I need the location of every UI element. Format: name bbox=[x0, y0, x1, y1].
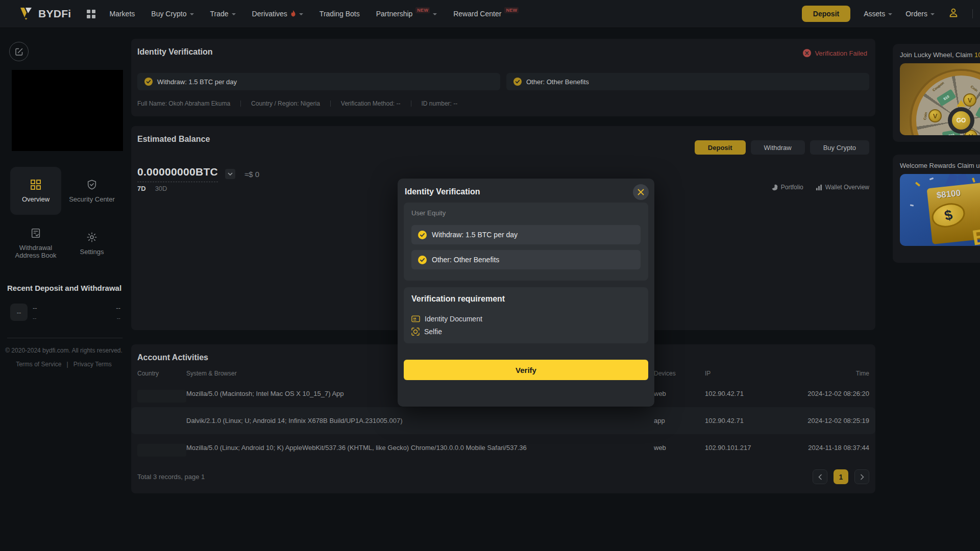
withdraw-button[interactable]: Withdraw bbox=[751, 140, 805, 155]
user-profile-icon[interactable] bbox=[948, 7, 959, 20]
requirement-text: Selfie bbox=[424, 328, 442, 336]
full-name-value: Full Name: Okoh Abraham Ekuma bbox=[137, 100, 230, 107]
chevron-left-icon bbox=[818, 474, 822, 480]
sidebar-divider bbox=[7, 338, 122, 338]
assets-menu[interactable]: Assets bbox=[864, 10, 892, 18]
info-separator bbox=[240, 101, 241, 107]
face-scan-icon bbox=[411, 328, 420, 336]
shield-check-icon bbox=[86, 179, 97, 190]
verification-method-value: Verification Method: -- bbox=[341, 100, 401, 107]
activity-row: Mozilla/5.0 (Linux; Android 10; K) Apple… bbox=[131, 434, 875, 461]
currency-dropdown-button[interactable] bbox=[225, 169, 235, 179]
wheel-go-button[interactable]: GO bbox=[948, 107, 974, 134]
transaction-icon: -- bbox=[10, 304, 28, 321]
sidebar-item-label: Security Center bbox=[69, 195, 115, 203]
nav-divider bbox=[972, 9, 973, 18]
requirement-text: Identity Document bbox=[425, 315, 482, 323]
lucky-wheel-banner[interactable]: Coupon Coin Coin $10 $10 $10 V V V GO bbox=[900, 63, 980, 135]
panel-title: Account Activities bbox=[137, 353, 208, 362]
top-nav: BYDFi Markets Buy Crypto Trade Derivativ… bbox=[0, 0, 980, 28]
bydfi-logo-icon bbox=[19, 7, 34, 20]
welcome-rewards-promo-card: Welcome Rewards Claim up to $8100 $ B bbox=[893, 155, 980, 263]
equity-other-row: Other: Other Benefits bbox=[411, 250, 641, 269]
buy-crypto-button[interactable]: Buy Crypto bbox=[810, 140, 869, 155]
sidebar-item-label: Overview bbox=[22, 195, 50, 203]
check-badge-icon bbox=[513, 78, 522, 86]
nav-item-partnership[interactable]: Partnership NEW bbox=[376, 10, 437, 18]
column-devices: Devices bbox=[654, 370, 676, 377]
check-badge-icon bbox=[418, 256, 427, 264]
sidebar-item-settings[interactable]: Settings bbox=[66, 218, 117, 269]
brand-logo[interactable]: BYDFi bbox=[19, 7, 71, 20]
recent-transaction-item[interactable]: -- -- -- -- -- bbox=[7, 303, 120, 325]
modal-close-button[interactable] bbox=[633, 184, 649, 200]
nav-item-reward-center[interactable]: Reward Center NEW bbox=[453, 10, 519, 18]
benefit-withdraw-pill: Withdraw: 1.5 BTC per day bbox=[137, 73, 500, 90]
sidebar-item-label: Withdrawal Address Book bbox=[10, 244, 61, 259]
chevron-down-icon bbox=[433, 13, 437, 15]
terms-of-service-link[interactable]: Terms of Service bbox=[16, 361, 61, 368]
pie-chart-icon bbox=[771, 184, 778, 191]
privacy-terms-link[interactable]: Privacy Terms bbox=[74, 361, 112, 368]
country-redacted-block bbox=[137, 390, 186, 403]
nav-item-markets[interactable]: Markets bbox=[110, 10, 135, 18]
column-system-browser: System & Browser bbox=[186, 370, 237, 377]
promo-title: Join Lucky Wheel, Claim 100 U bbox=[900, 51, 980, 59]
balance-view-links: Portfolio Wallet Overview bbox=[771, 184, 869, 191]
nav-item-buy-crypto[interactable]: Buy Crypto bbox=[151, 10, 193, 18]
nav-item-trading-bots[interactable]: Trading Bots bbox=[320, 10, 360, 18]
column-time: Time bbox=[856, 370, 869, 377]
nav-item-derivatives[interactable]: Derivatives bbox=[252, 10, 303, 18]
sidebar-item-withdrawal-address-book[interactable]: Withdrawal Address Book bbox=[10, 218, 61, 269]
requirement-title: Verification requirement bbox=[411, 294, 505, 304]
deposit-button[interactable]: Deposit bbox=[802, 6, 850, 22]
range-7d[interactable]: 7D bbox=[137, 185, 146, 192]
modal-title: Identity Verification bbox=[405, 187, 480, 196]
apps-grid-icon[interactable] bbox=[87, 10, 95, 18]
benefit-other-pill: Other: Other Benefits bbox=[506, 73, 869, 90]
current-page-button[interactable]: 1 bbox=[834, 469, 848, 484]
chevron-down-icon bbox=[228, 172, 233, 176]
promo-title: Welcome Rewards Claim up to bbox=[900, 162, 980, 169]
nav-right-group: Deposit Assets Orders bbox=[802, 6, 973, 22]
balance-amount[interactable]: 0.00000000BTC bbox=[137, 166, 218, 182]
chevron-down-icon bbox=[888, 13, 892, 15]
welcome-rewards-banner[interactable]: $8100 $ B bbox=[900, 174, 980, 246]
check-badge-icon bbox=[144, 78, 153, 86]
prev-page-button[interactable] bbox=[813, 469, 827, 484]
chevron-down-icon bbox=[299, 13, 303, 15]
next-page-button[interactable] bbox=[854, 469, 869, 484]
verify-button[interactable]: Verify bbox=[404, 360, 648, 380]
chevron-down-icon bbox=[232, 13, 236, 15]
panel-title: Estimated Balance bbox=[137, 135, 210, 144]
edit-profile-button[interactable] bbox=[9, 42, 29, 61]
bar-chart-icon bbox=[816, 184, 822, 191]
range-30d[interactable]: 30D bbox=[155, 185, 167, 192]
wheel-pointer bbox=[957, 100, 966, 107]
copyright-text: © 2020-2024 bydfi.com. All rights reserv… bbox=[0, 347, 128, 354]
benefit-text: Withdraw: 1.5 BTC per day bbox=[157, 78, 237, 86]
sidebar-item-label: Settings bbox=[80, 248, 104, 256]
benefit-text: Other: Other Benefits bbox=[526, 78, 589, 86]
deposit-button[interactable]: Deposit bbox=[695, 140, 746, 155]
wallet-overview-link[interactable]: Wallet Overview bbox=[816, 184, 869, 191]
identity-verification-panel: Identity Verification Verification Faile… bbox=[131, 39, 875, 116]
new-badge: NEW bbox=[415, 7, 430, 13]
benefit-pills: Withdraw: 1.5 BTC per day Other: Other B… bbox=[137, 73, 869, 90]
ip-cell: 102.90.42.71 bbox=[705, 390, 744, 397]
verification-status-text: Verification Failed bbox=[815, 49, 867, 57]
partial-letter: B bbox=[971, 224, 980, 246]
new-badge: NEW bbox=[504, 7, 519, 13]
sidebar-item-overview[interactable]: Overview bbox=[10, 167, 61, 215]
orders-menu[interactable]: Orders bbox=[905, 10, 935, 18]
time-cell: 2024-12-02 08:26:20 bbox=[807, 390, 869, 397]
verification-status-badge: Verification Failed bbox=[803, 49, 867, 57]
device-cell: app bbox=[654, 417, 665, 424]
system-browser-cell: Dalvik/2.1.0 (Linux; U; Android 14; Infi… bbox=[186, 417, 402, 424]
nav-item-trade[interactable]: Trade bbox=[210, 10, 236, 18]
portfolio-link[interactable]: Portfolio bbox=[771, 184, 803, 191]
requirement-identity-document: Identity Document bbox=[411, 315, 482, 323]
sidebar-item-security-center[interactable]: Security Center bbox=[66, 167, 117, 215]
system-browser-cell: Mozilla/5.0 (Macintosh; Intel Mac OS X 1… bbox=[186, 390, 344, 397]
chevron-down-icon bbox=[190, 13, 194, 15]
